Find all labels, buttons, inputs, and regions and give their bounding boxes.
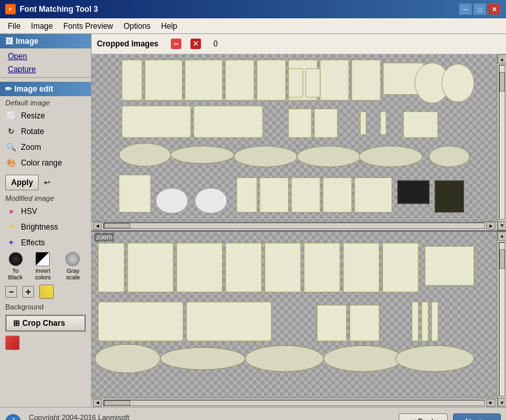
svg-rect-49	[98, 302, 183, 341]
svg-rect-45	[304, 243, 340, 292]
to-black-icon	[9, 252, 23, 266]
image-section-label: Image	[16, 37, 39, 46]
crop-add-btn[interactable]: ✂	[169, 37, 183, 51]
resize-label: Resize	[21, 111, 45, 120]
color-range-tool[interactable]: 🎨 Color range	[0, 155, 91, 171]
svg-rect-38	[397, 181, 429, 203]
bottom-scroll-left-btn[interactable]: ◄	[93, 399, 102, 407]
image-section-icon: 🖼	[5, 37, 13, 46]
back-button[interactable]: < Back	[399, 413, 448, 421]
hscroll-track	[103, 222, 485, 229]
color-swatch-btn[interactable]	[5, 336, 20, 350]
svg-point-31	[156, 188, 188, 213]
close-button[interactable]: ✕	[488, 3, 501, 15]
minus-button[interactable]: −	[5, 286, 17, 298]
resize-tool[interactable]: ⬜ Resize	[0, 108, 91, 124]
hsv-tool[interactable]: ● HSV	[0, 203, 91, 219]
hsv-label: HSV	[21, 207, 37, 216]
bottom-scroll-down-btn[interactable]: ▼	[497, 398, 506, 407]
svg-rect-44	[265, 243, 301, 292]
next-button[interactable]: Next >	[453, 413, 501, 421]
plus-button[interactable]: +	[22, 286, 34, 298]
bottom-panel-hscroll[interactable]: ◄ ►	[92, 398, 497, 407]
svg-point-59	[323, 345, 402, 372]
svg-rect-4	[122, 60, 142, 100]
scroll-up-btn[interactable]: ▲	[497, 54, 506, 63]
zoom-icon: 🔍	[5, 141, 17, 153]
menu-fonts-preview[interactable]: Fonts Preview	[58, 20, 118, 32]
effects-label: Effects	[21, 238, 45, 247]
svg-rect-30	[119, 175, 151, 212]
hsv-icon: ●	[5, 205, 17, 217]
open-link[interactable]: Open	[0, 50, 91, 63]
zoom-panel-label: zoom	[94, 233, 114, 241]
effects-tool[interactable]: ✦ Effects	[0, 235, 91, 251]
color-picker-btn[interactable]	[39, 285, 54, 299]
to-black-label: To Black	[5, 268, 26, 281]
svg-rect-21	[360, 112, 366, 135]
brightness-tool[interactable]: ☀ Brightness	[0, 219, 91, 235]
scroll-down-btn[interactable]: ▼	[497, 221, 506, 230]
color-range-icon: 🎨	[5, 157, 17, 169]
hscroll-thumb	[104, 223, 130, 228]
scroll-right-btn[interactable]: ►	[486, 222, 496, 230]
bottom-scroll-up-btn[interactable]: ▲	[497, 232, 506, 241]
svg-rect-40	[98, 243, 124, 292]
title-bar: F Font Matching Tool 3 ─ □ ✕	[0, 0, 506, 18]
svg-rect-11	[352, 60, 380, 100]
info-icon: i	[5, 414, 21, 421]
modified-image-label: Modified image	[0, 193, 91, 203]
gray-scale-btn[interactable]: Gray scale	[60, 252, 86, 281]
maximize-button[interactable]: □	[473, 3, 486, 15]
svg-rect-22	[380, 112, 386, 135]
rotate-tool[interactable]: ↻ Rotate	[0, 124, 91, 139]
svg-rect-35	[291, 178, 320, 213]
rotate-icon: ↻	[5, 126, 17, 137]
bottom-panel-vscroll[interactable]: ▲ ▼	[497, 232, 506, 408]
menu-options[interactable]: Options	[118, 20, 156, 32]
top-panel-hscroll[interactable]: ◄ ►	[92, 221, 497, 230]
bottom-scroll-right-btn[interactable]: ►	[486, 399, 496, 407]
svg-rect-6	[185, 60, 223, 100]
minimize-button[interactable]: ─	[459, 3, 472, 15]
zoom-label: Zoom	[21, 143, 41, 152]
svg-point-32	[195, 188, 227, 213]
menu-file[interactable]: File	[3, 20, 26, 32]
zoom-tool[interactable]: 🔍 Zoom	[0, 139, 91, 155]
window-title: Font Matching Tool 3	[20, 5, 98, 14]
svg-rect-50	[187, 302, 272, 341]
svg-point-60	[395, 345, 474, 372]
svg-rect-36	[323, 178, 352, 213]
main-container: 🖼 Image Open Capture ✏ Image edit Defaul…	[0, 34, 506, 407]
crop-remove-btn[interactable]: ✕	[189, 37, 203, 51]
svg-point-56	[95, 344, 160, 373]
svg-rect-10	[320, 60, 349, 100]
svg-rect-20	[314, 109, 337, 137]
scroll-thumb	[499, 72, 505, 92]
capture-link[interactable]: Capture	[0, 63, 91, 76]
resize-icon: ⬜	[5, 110, 17, 122]
svg-point-16	[442, 64, 474, 102]
svg-rect-42	[177, 243, 223, 292]
to-black-btn[interactable]: To Black	[5, 252, 26, 281]
apply-arrow-icon: ↩	[41, 177, 53, 188]
svg-rect-33	[237, 178, 257, 213]
invert-icon	[35, 252, 50, 266]
bottom-bar: i Copyright 2004-2016 Lanmisoft 1008 x 8…	[0, 407, 506, 420]
scroll-track	[499, 65, 505, 220]
menu-image[interactable]: Image	[26, 20, 58, 32]
gray-icon	[65, 252, 80, 266]
apply-button[interactable]: Apply	[5, 175, 39, 190]
bottom-icons-row	[0, 334, 91, 351]
app-icon: F	[5, 4, 16, 14]
crop-chars-button[interactable]: ⊞ Crop Chars	[5, 315, 86, 332]
svg-rect-5	[145, 60, 182, 100]
svg-point-25	[171, 146, 234, 163]
scroll-left-btn[interactable]: ◄	[93, 222, 102, 230]
invert-colors-btn[interactable]: Invert colors	[28, 252, 58, 281]
top-panel-vscroll[interactable]: ▲ ▼	[497, 54, 506, 230]
image-edit-header: ✏ Image edit	[0, 82, 91, 96]
menu-help[interactable]: Help	[156, 20, 183, 32]
svg-rect-14	[306, 69, 320, 97]
svg-rect-55	[431, 302, 438, 341]
